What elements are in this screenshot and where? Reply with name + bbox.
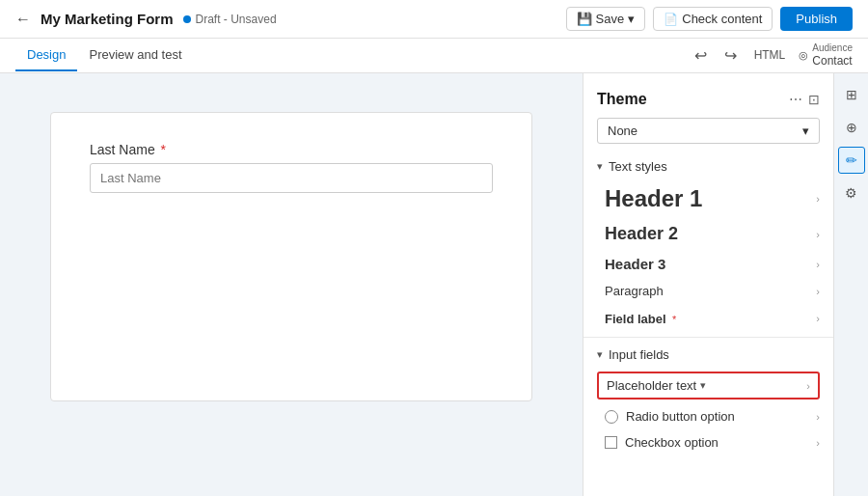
- placeholder-dropdown-arrow: ▾: [700, 379, 706, 392]
- panel-header-icons: ⋯ ⊡: [789, 92, 820, 107]
- radio-button-item[interactable]: Radio button option ›: [583, 403, 833, 429]
- h1-chevron: ›: [816, 193, 820, 205]
- side-styles-button[interactable]: ✏: [838, 147, 865, 174]
- panel-expand-button[interactable]: ⊡: [808, 92, 820, 107]
- last-name-input[interactable]: [90, 163, 493, 193]
- canvas: Last Name *: [0, 73, 583, 496]
- draft-status: Draft - Unsaved: [183, 13, 277, 26]
- section-divider: [583, 337, 833, 338]
- placeholder-text-item[interactable]: Placeholder text ▾ ›: [597, 372, 820, 400]
- tab-preview[interactable]: Preview and test: [77, 40, 193, 71]
- subtoolbar: Design Preview and test ↩ ↪ HTML ◎ Audie…: [0, 39, 868, 73]
- p-chevron: ›: [816, 286, 820, 297]
- tab-design[interactable]: Design: [15, 40, 77, 71]
- side-icon-panel: ⊞ ⊕ ✏ ⚙: [833, 73, 868, 496]
- text-styles-header[interactable]: ▾ Text styles: [583, 153, 833, 179]
- theme-dropdown[interactable]: None ▾: [597, 118, 820, 144]
- h3-chevron: ›: [816, 259, 820, 270]
- style-item-h1[interactable]: Header 1 ›: [583, 179, 833, 218]
- redo-button[interactable]: ↪: [720, 44, 741, 67]
- topbar-left: ← My Marketing Form Draft - Unsaved: [15, 11, 277, 28]
- fl-chevron: ›: [816, 313, 820, 324]
- field-label: Last Name *: [90, 142, 493, 157]
- radio-chevron: ›: [816, 411, 820, 423]
- panel-scroll: Theme ⋯ ⊡ None ▾ ▾ Text styles Hea: [583, 73, 833, 496]
- save-button[interactable]: 💾 Save ▾: [566, 7, 646, 31]
- h2-label: Header 2: [605, 224, 678, 244]
- input-fields-header[interactable]: ▾ Input fields: [583, 342, 833, 368]
- h3-label: Header 3: [605, 256, 665, 272]
- form-card: Last Name *: [50, 112, 532, 401]
- page-title: My Marketing Form: [41, 11, 174, 27]
- side-settings-button[interactable]: ⚙: [838, 179, 865, 207]
- right-panel: Theme ⋯ ⊡ None ▾ ▾ Text styles Hea: [583, 73, 833, 496]
- back-button[interactable]: ←: [15, 11, 31, 28]
- p-label: Paragraph: [605, 284, 664, 298]
- topbar: ← My Marketing Form Draft - Unsaved 💾 Sa…: [0, 0, 868, 39]
- style-item-h2[interactable]: Header 2 ›: [583, 218, 833, 250]
- topbar-right: 💾 Save ▾ 📄 Check content Publish: [566, 7, 853, 31]
- field-label-required: *: [672, 314, 676, 325]
- side-add-button[interactable]: ⊕: [838, 114, 865, 141]
- save-icon: 💾: [577, 12, 592, 26]
- style-item-paragraph[interactable]: Paragraph ›: [583, 278, 833, 304]
- panel-title: Theme: [597, 91, 647, 108]
- checkbox-icon: [605, 436, 617, 449]
- style-item-h3[interactable]: Header 3 ›: [583, 250, 833, 278]
- checkbox-chevron: ›: [816, 437, 820, 449]
- panel-more-button[interactable]: ⋯: [789, 92, 802, 107]
- status-dot: [183, 15, 191, 23]
- save-chevron: ▾: [628, 12, 635, 26]
- main-layout: Last Name * Theme ⋯ ⊡ None ▾: [0, 73, 868, 496]
- publish-button[interactable]: Publish: [780, 7, 853, 31]
- checkbox-item[interactable]: Checkbox option ›: [583, 429, 833, 455]
- input-fields-chevron: ▾: [597, 348, 603, 361]
- checkbox-item-left: Checkbox option: [605, 435, 719, 450]
- undo-button[interactable]: ↩: [691, 44, 711, 67]
- radio-item-left: Radio button option: [605, 409, 735, 424]
- html-button[interactable]: HTML: [750, 46, 790, 64]
- subtoolbar-actions: ↩ ↪ HTML ◎ Audience Contact: [691, 42, 853, 68]
- panel-header: Theme ⋯ ⊡: [583, 85, 833, 118]
- h1-label: Header 1: [605, 185, 702, 212]
- theme-chevron: ▾: [802, 124, 809, 138]
- theme-section: None ▾: [583, 118, 833, 153]
- text-styles-chevron: ▾: [597, 160, 603, 173]
- h2-chevron: ›: [816, 229, 820, 240]
- side-layout-button[interactable]: ⊞: [838, 81, 865, 108]
- placeholder-text-left: Placeholder text ▾: [607, 378, 706, 393]
- style-item-fieldlabel[interactable]: Field label * ›: [583, 304, 833, 333]
- placeholder-chevron: ›: [806, 380, 810, 392]
- required-marker: *: [161, 142, 166, 157]
- check-icon: 📄: [664, 13, 678, 26]
- fl-label: Field label *: [605, 310, 676, 327]
- audience-button[interactable]: ◎ Audience Contact: [799, 42, 853, 68]
- audience-icon: ◎: [799, 49, 808, 62]
- check-content-button[interactable]: 📄 Check content: [653, 7, 773, 31]
- radio-icon: [605, 410, 618, 424]
- tab-list: Design Preview and test: [15, 40, 194, 71]
